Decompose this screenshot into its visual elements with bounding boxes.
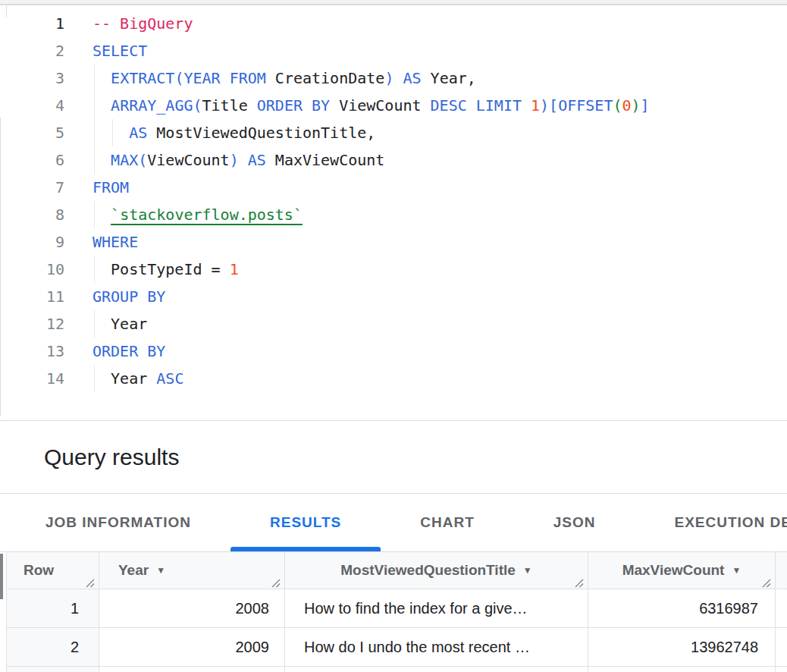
code-token: 0 xyxy=(622,96,631,115)
cell-row-number xyxy=(7,667,99,672)
code-token: )[ xyxy=(540,96,558,115)
code-text: GROUP BY xyxy=(92,283,165,310)
tab-json[interactable]: JSON xyxy=(514,494,635,551)
tab-execution-details[interactable]: EXECUTION DETAILS xyxy=(635,494,787,551)
code-token: AS xyxy=(129,124,147,142)
top-divider-strip xyxy=(0,0,787,5)
tab-results[interactable]: RESULTS xyxy=(230,494,381,551)
cell-max-view-count: 6316987 xyxy=(588,589,776,627)
line-number: 6 xyxy=(0,146,64,174)
code-token: Year xyxy=(92,369,156,388)
cell-most-viewed-question-title xyxy=(285,667,588,672)
code-token: PostTypeId = xyxy=(92,260,230,278)
code-line[interactable]: 8 `stackoverflow.posts` xyxy=(0,201,787,228)
code-line[interactable]: 12 Year xyxy=(0,310,787,338)
code-text: SELECT xyxy=(92,37,147,64)
code-token: Year, xyxy=(422,69,476,87)
code-line[interactable]: 6 MAX(ViewCount) AS MaxViewCount xyxy=(0,146,787,174)
code-token: DESC xyxy=(431,96,467,115)
indent-guide xyxy=(94,201,95,228)
table-row-partial xyxy=(7,667,787,672)
column-resize-grip-icon[interactable] xyxy=(84,575,95,586)
code-token: ) xyxy=(384,69,394,87)
code-line[interactable]: 1-- BigQuery xyxy=(0,10,787,37)
code-token: ( xyxy=(613,96,622,115)
tab-chart[interactable]: CHART xyxy=(381,494,514,551)
column-header-mostviewedquestiontitle[interactable]: MostViewedQuestionTitle▼ xyxy=(285,552,588,589)
code-line[interactable]: 7FROM xyxy=(0,174,787,201)
tab-label: JSON xyxy=(553,514,596,531)
code-token: SELECT xyxy=(92,42,147,60)
code-text: FROM xyxy=(92,174,129,201)
code-lines: 1-- BigQuery2SELECT3 EXTRACT(YEAR FROM C… xyxy=(0,10,787,392)
code-token: MAX xyxy=(111,151,138,169)
sql-editor[interactable]: 1-- BigQuery2SELECT3 EXTRACT(YEAR FROM C… xyxy=(0,5,787,421)
indent-guide xyxy=(94,119,95,146)
code-token: ( xyxy=(193,96,202,115)
code-text: EXTRACT(YEAR FROM CreationDate) AS Year, xyxy=(92,64,476,92)
sort-arrow-icon[interactable]: ▼ xyxy=(156,566,165,575)
sort-arrow-icon[interactable]: ▼ xyxy=(732,566,741,575)
line-number: 14 xyxy=(0,365,64,392)
line-number: 8 xyxy=(0,201,64,228)
code-line[interactable]: 11GROUP BY xyxy=(0,283,787,310)
indent-guide xyxy=(94,64,95,92)
table-row: 12008How to find the index for a give…63… xyxy=(7,589,787,628)
code-text: PostTypeId = 1 xyxy=(92,256,239,283)
column-header-maxviewcount[interactable]: MaxViewCount▼ xyxy=(588,552,776,589)
cell-year: 2009 xyxy=(99,628,285,666)
code-line[interactable]: 4 ARRAY_AGG(Title ORDER BY ViewCount DES… xyxy=(0,92,787,119)
indent-guide xyxy=(94,256,95,283)
tab-job-information[interactable]: JOB INFORMATION xyxy=(6,494,230,551)
code-token: 1 xyxy=(230,260,239,278)
column-resize-grip-icon[interactable] xyxy=(573,575,584,586)
code-token: ARRAY_AGG xyxy=(111,96,193,115)
column-header-year[interactable]: Year▼ xyxy=(99,552,285,589)
code-token: GROUP BY xyxy=(92,287,165,306)
cell-row-number: 1 xyxy=(7,589,99,627)
tab-label: RESULTS xyxy=(270,514,341,531)
line-number: 3 xyxy=(0,64,64,92)
code-token xyxy=(92,151,111,169)
code-line[interactable]: 14 Year ASC xyxy=(0,365,787,392)
code-token: FROM xyxy=(92,178,129,196)
code-line[interactable]: 10 PostTypeId = 1 xyxy=(0,256,787,283)
code-token xyxy=(394,69,403,87)
code-token: MaxViewCount xyxy=(266,151,385,169)
code-token: ( xyxy=(174,69,183,87)
table-row: 22009How do I undo the most recent …1396… xyxy=(7,628,787,667)
code-token: WHERE xyxy=(92,233,138,251)
code-token xyxy=(92,96,111,115)
sort-arrow-icon[interactable]: ▼ xyxy=(523,566,532,575)
column-resize-grip-icon[interactable] xyxy=(270,575,281,586)
code-line[interactable]: 3 EXTRACT(YEAR FROM CreationDate) AS Yea… xyxy=(0,64,787,92)
code-token: LIMIT xyxy=(476,96,522,115)
code-line[interactable]: 5 AS MostViewedQuestionTitle, xyxy=(0,119,787,146)
line-number: 5 xyxy=(0,119,64,146)
code-text: AS MostViewedQuestionTitle, xyxy=(92,119,375,146)
code-token: 1 xyxy=(531,96,540,115)
column-header-label: Year xyxy=(118,562,149,579)
table-header-row: RowYear▼MostViewedQuestionTitle▼MaxViewC… xyxy=(7,552,787,589)
column-header-row[interactable]: Row xyxy=(7,552,99,589)
code-token: CreationDate xyxy=(266,69,385,87)
code-token xyxy=(221,69,230,87)
code-token xyxy=(522,96,531,115)
active-tab-underline xyxy=(230,547,381,551)
code-token xyxy=(239,151,248,169)
line-number: 4 xyxy=(0,92,64,119)
code-line[interactable]: 9WHERE xyxy=(0,228,787,256)
code-text: `stackoverflow.posts` xyxy=(92,201,303,228)
code-token: ) xyxy=(632,96,641,115)
scrollbar-thumb[interactable] xyxy=(0,554,3,599)
column-header-spacer xyxy=(776,552,787,589)
indent-guide xyxy=(94,310,95,338)
code-line[interactable]: 2SELECT xyxy=(0,37,787,64)
code-token: AS xyxy=(248,151,266,169)
cell-year: 2008 xyxy=(99,589,285,627)
code-token: -- BigQuery xyxy=(92,14,193,33)
line-number: 1 xyxy=(0,10,64,37)
code-line[interactable]: 13ORDER BY xyxy=(0,338,787,365)
line-number: 10 xyxy=(0,256,64,283)
column-resize-grip-icon[interactable] xyxy=(760,575,771,586)
